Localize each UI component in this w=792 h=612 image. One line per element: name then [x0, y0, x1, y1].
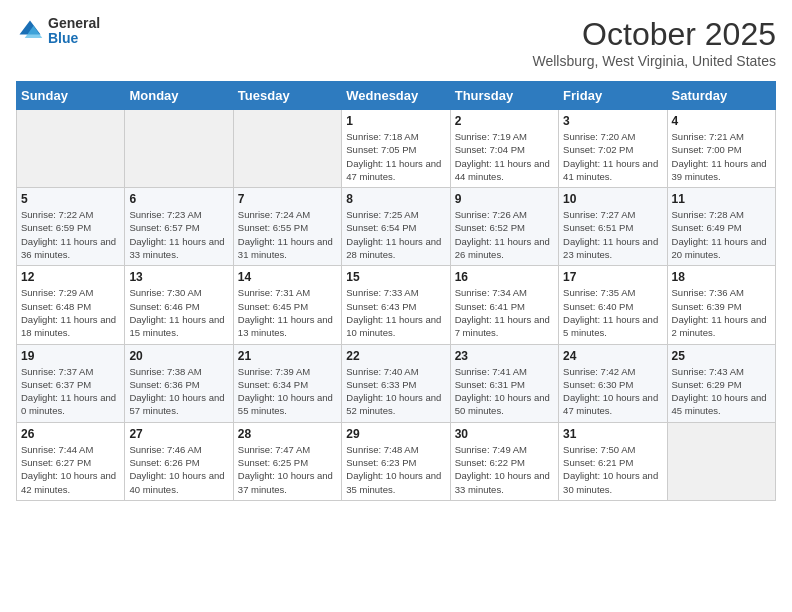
calendar-cell: 14Sunrise: 7:31 AM Sunset: 6:45 PM Dayli…	[233, 266, 341, 344]
calendar-cell: 26Sunrise: 7:44 AM Sunset: 6:27 PM Dayli…	[17, 422, 125, 500]
day-number: 10	[563, 192, 662, 206]
day-number: 16	[455, 270, 554, 284]
day-number: 14	[238, 270, 337, 284]
weekday-header-wednesday: Wednesday	[342, 82, 450, 110]
weekday-header-thursday: Thursday	[450, 82, 558, 110]
calendar-cell: 18Sunrise: 7:36 AM Sunset: 6:39 PM Dayli…	[667, 266, 775, 344]
weekday-header-friday: Friday	[559, 82, 667, 110]
calendar-cell: 22Sunrise: 7:40 AM Sunset: 6:33 PM Dayli…	[342, 344, 450, 422]
day-info: Sunrise: 7:25 AM Sunset: 6:54 PM Dayligh…	[346, 208, 445, 261]
calendar-cell: 15Sunrise: 7:33 AM Sunset: 6:43 PM Dayli…	[342, 266, 450, 344]
title-section: October 2025 Wellsburg, West Virginia, U…	[532, 16, 776, 69]
calendar-cell: 16Sunrise: 7:34 AM Sunset: 6:41 PM Dayli…	[450, 266, 558, 344]
day-info: Sunrise: 7:20 AM Sunset: 7:02 PM Dayligh…	[563, 130, 662, 183]
day-number: 18	[672, 270, 771, 284]
day-number: 11	[672, 192, 771, 206]
day-info: Sunrise: 7:37 AM Sunset: 6:37 PM Dayligh…	[21, 365, 120, 418]
calendar-cell: 28Sunrise: 7:47 AM Sunset: 6:25 PM Dayli…	[233, 422, 341, 500]
day-number: 20	[129, 349, 228, 363]
day-info: Sunrise: 7:19 AM Sunset: 7:04 PM Dayligh…	[455, 130, 554, 183]
calendar-week-row: 1Sunrise: 7:18 AM Sunset: 7:05 PM Daylig…	[17, 110, 776, 188]
calendar-cell: 27Sunrise: 7:46 AM Sunset: 6:26 PM Dayli…	[125, 422, 233, 500]
calendar-cell: 29Sunrise: 7:48 AM Sunset: 6:23 PM Dayli…	[342, 422, 450, 500]
day-info: Sunrise: 7:49 AM Sunset: 6:22 PM Dayligh…	[455, 443, 554, 496]
day-number: 25	[672, 349, 771, 363]
day-number: 12	[21, 270, 120, 284]
day-info: Sunrise: 7:42 AM Sunset: 6:30 PM Dayligh…	[563, 365, 662, 418]
logo-icon	[16, 17, 44, 45]
calendar-cell: 5Sunrise: 7:22 AM Sunset: 6:59 PM Daylig…	[17, 188, 125, 266]
day-info: Sunrise: 7:39 AM Sunset: 6:34 PM Dayligh…	[238, 365, 337, 418]
day-number: 31	[563, 427, 662, 441]
logo-general-text: General	[48, 16, 100, 31]
day-number: 6	[129, 192, 228, 206]
calendar-cell	[233, 110, 341, 188]
day-number: 15	[346, 270, 445, 284]
logo: General Blue	[16, 16, 100, 47]
day-info: Sunrise: 7:22 AM Sunset: 6:59 PM Dayligh…	[21, 208, 120, 261]
calendar-cell: 19Sunrise: 7:37 AM Sunset: 6:37 PM Dayli…	[17, 344, 125, 422]
day-number: 30	[455, 427, 554, 441]
day-number: 13	[129, 270, 228, 284]
calendar-week-row: 19Sunrise: 7:37 AM Sunset: 6:37 PM Dayli…	[17, 344, 776, 422]
day-number: 2	[455, 114, 554, 128]
calendar-cell: 2Sunrise: 7:19 AM Sunset: 7:04 PM Daylig…	[450, 110, 558, 188]
weekday-header-monday: Monday	[125, 82, 233, 110]
calendar-cell: 11Sunrise: 7:28 AM Sunset: 6:49 PM Dayli…	[667, 188, 775, 266]
calendar-cell: 9Sunrise: 7:26 AM Sunset: 6:52 PM Daylig…	[450, 188, 558, 266]
calendar-cell: 4Sunrise: 7:21 AM Sunset: 7:00 PM Daylig…	[667, 110, 775, 188]
weekday-header-saturday: Saturday	[667, 82, 775, 110]
calendar-cell: 24Sunrise: 7:42 AM Sunset: 6:30 PM Dayli…	[559, 344, 667, 422]
day-info: Sunrise: 7:47 AM Sunset: 6:25 PM Dayligh…	[238, 443, 337, 496]
day-number: 17	[563, 270, 662, 284]
calendar-cell: 10Sunrise: 7:27 AM Sunset: 6:51 PM Dayli…	[559, 188, 667, 266]
day-number: 22	[346, 349, 445, 363]
day-info: Sunrise: 7:44 AM Sunset: 6:27 PM Dayligh…	[21, 443, 120, 496]
calendar-cell: 25Sunrise: 7:43 AM Sunset: 6:29 PM Dayli…	[667, 344, 775, 422]
day-number: 21	[238, 349, 337, 363]
day-info: Sunrise: 7:38 AM Sunset: 6:36 PM Dayligh…	[129, 365, 228, 418]
calendar-table: SundayMondayTuesdayWednesdayThursdayFrid…	[16, 81, 776, 501]
calendar-cell: 6Sunrise: 7:23 AM Sunset: 6:57 PM Daylig…	[125, 188, 233, 266]
day-number: 8	[346, 192, 445, 206]
day-number: 9	[455, 192, 554, 206]
calendar-cell: 8Sunrise: 7:25 AM Sunset: 6:54 PM Daylig…	[342, 188, 450, 266]
day-info: Sunrise: 7:24 AM Sunset: 6:55 PM Dayligh…	[238, 208, 337, 261]
day-info: Sunrise: 7:29 AM Sunset: 6:48 PM Dayligh…	[21, 286, 120, 339]
calendar-cell: 1Sunrise: 7:18 AM Sunset: 7:05 PM Daylig…	[342, 110, 450, 188]
location-text: Wellsburg, West Virginia, United States	[532, 53, 776, 69]
logo-text: General Blue	[48, 16, 100, 47]
day-number: 4	[672, 114, 771, 128]
calendar-week-row: 5Sunrise: 7:22 AM Sunset: 6:59 PM Daylig…	[17, 188, 776, 266]
day-info: Sunrise: 7:43 AM Sunset: 6:29 PM Dayligh…	[672, 365, 771, 418]
day-number: 26	[21, 427, 120, 441]
logo-blue-text: Blue	[48, 31, 100, 46]
day-info: Sunrise: 7:27 AM Sunset: 6:51 PM Dayligh…	[563, 208, 662, 261]
weekday-header-sunday: Sunday	[17, 82, 125, 110]
month-title: October 2025	[532, 16, 776, 53]
day-info: Sunrise: 7:28 AM Sunset: 6:49 PM Dayligh…	[672, 208, 771, 261]
calendar-cell: 20Sunrise: 7:38 AM Sunset: 6:36 PM Dayli…	[125, 344, 233, 422]
day-number: 5	[21, 192, 120, 206]
calendar-cell: 13Sunrise: 7:30 AM Sunset: 6:46 PM Dayli…	[125, 266, 233, 344]
day-number: 28	[238, 427, 337, 441]
calendar-header-row: SundayMondayTuesdayWednesdayThursdayFrid…	[17, 82, 776, 110]
day-number: 29	[346, 427, 445, 441]
day-info: Sunrise: 7:23 AM Sunset: 6:57 PM Dayligh…	[129, 208, 228, 261]
calendar-cell	[125, 110, 233, 188]
calendar-cell	[17, 110, 125, 188]
day-info: Sunrise: 7:31 AM Sunset: 6:45 PM Dayligh…	[238, 286, 337, 339]
calendar-cell: 12Sunrise: 7:29 AM Sunset: 6:48 PM Dayli…	[17, 266, 125, 344]
calendar-cell	[667, 422, 775, 500]
day-number: 1	[346, 114, 445, 128]
day-info: Sunrise: 7:40 AM Sunset: 6:33 PM Dayligh…	[346, 365, 445, 418]
calendar-cell: 17Sunrise: 7:35 AM Sunset: 6:40 PM Dayli…	[559, 266, 667, 344]
day-info: Sunrise: 7:34 AM Sunset: 6:41 PM Dayligh…	[455, 286, 554, 339]
day-info: Sunrise: 7:50 AM Sunset: 6:21 PM Dayligh…	[563, 443, 662, 496]
calendar-week-row: 26Sunrise: 7:44 AM Sunset: 6:27 PM Dayli…	[17, 422, 776, 500]
day-info: Sunrise: 7:18 AM Sunset: 7:05 PM Dayligh…	[346, 130, 445, 183]
calendar-cell: 3Sunrise: 7:20 AM Sunset: 7:02 PM Daylig…	[559, 110, 667, 188]
day-number: 3	[563, 114, 662, 128]
calendar-cell: 31Sunrise: 7:50 AM Sunset: 6:21 PM Dayli…	[559, 422, 667, 500]
day-info: Sunrise: 7:21 AM Sunset: 7:00 PM Dayligh…	[672, 130, 771, 183]
